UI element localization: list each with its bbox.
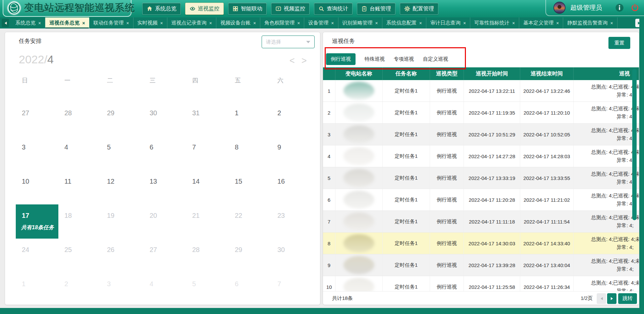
- calendar-day[interactable]: 3: [101, 273, 144, 307]
- tab-11[interactable]: 审计日志查询×: [426, 17, 470, 28]
- nav-item-video-monitor[interactable]: 视频监控: [271, 3, 310, 15]
- page-scrollbar-track-vertical[interactable]: [639, 17, 644, 314]
- table-row[interactable]: 2定时任务1例行巡视2022-04-17 11:19:352022-04-17 …: [323, 102, 639, 124]
- calendar-day[interactable]: 21: [186, 204, 229, 239]
- calendar-day[interactable]: 11: [58, 170, 101, 204]
- calendar-day[interactable]: 5: [101, 136, 144, 170]
- calendar-day[interactable]: 4: [58, 136, 101, 170]
- calendar-day[interactable]: 13: [144, 170, 186, 204]
- table-row[interactable]: 5定时任务1例行巡视2022-04-17 13:33:192022-04-17 …: [323, 167, 639, 189]
- calendar-day[interactable]: 10: [16, 170, 58, 204]
- tab-5[interactable]: 巡视点记录查询×: [167, 17, 216, 28]
- inspection-type-tab-4[interactable]: 自定义巡视: [423, 56, 448, 62]
- table-row[interactable]: 7定时任务1例行巡视2022-04-17 11:11:182022-04-17 …: [323, 211, 639, 233]
- calendar-day[interactable]: 29: [101, 102, 144, 136]
- table-row[interactable]: 4定时任务1例行巡视2022-04-17 14:27:282022-04-17 …: [323, 145, 639, 167]
- calendar-day[interactable]: 7: [186, 136, 229, 170]
- calendar-day[interactable]: 4: [144, 273, 186, 307]
- calendar-day[interactable]: 28: [186, 239, 229, 273]
- tab-6[interactable]: 视频设备台账×: [216, 17, 260, 28]
- tab-2[interactable]: 巡视任务总览×: [45, 17, 89, 28]
- calendar-day[interactable]: 24: [16, 239, 58, 273]
- calendar-day[interactable]: 6: [144, 136, 186, 170]
- calendar-day[interactable]: 20: [144, 204, 186, 239]
- tab-12[interactable]: 可靠性指标统计×: [470, 17, 519, 28]
- calendar-day[interactable]: 12: [101, 170, 144, 204]
- nav-item-smart-linkage[interactable]: 智能联动: [228, 3, 267, 15]
- close-icon[interactable]: ×: [38, 21, 41, 25]
- table-row[interactable]: 6定时任务1例行巡视2022-04-17 11:20:282022-04-17 …: [323, 189, 639, 211]
- calendar-day[interactable]: 2: [58, 273, 101, 307]
- table-row[interactable]: 10定时任务1例行巡视2022-04-17 11:25:582022-04-17…: [323, 276, 639, 291]
- table-row[interactable]: 9定时任务1例行巡视2022-04-17 13:39:282022-04-17 …: [323, 254, 639, 276]
- calendar-day[interactable]: 1: [16, 273, 58, 307]
- calendar-day[interactable]: 26: [101, 239, 144, 273]
- calendar-day[interactable]: 28: [58, 102, 101, 136]
- calendar-day[interactable]: 27: [16, 102, 58, 136]
- close-icon[interactable]: ×: [297, 21, 300, 25]
- calendar-day[interactable]: 7: [271, 273, 314, 307]
- calendar-day[interactable]: 16: [271, 170, 314, 204]
- calendar-day[interactable]: 5: [186, 273, 229, 307]
- calendar-day[interactable]: 15: [229, 170, 271, 204]
- close-icon[interactable]: ×: [209, 21, 212, 25]
- table-scrollbar-thumb[interactable]: [632, 69, 637, 220]
- calendar-day[interactable]: 25: [58, 239, 101, 273]
- calendar-day[interactable]: 31: [186, 102, 229, 136]
- next-page-button[interactable]: [607, 293, 616, 304]
- close-icon[interactable]: ×: [556, 21, 559, 25]
- calendar-day[interactable]: 3: [16, 136, 58, 170]
- calendar-day[interactable]: 27: [144, 239, 186, 273]
- tab-8[interactable]: 设备管理×: [304, 17, 338, 28]
- table-row[interactable]: 8定时任务1例行巡视2022-04-17 14:30:032022-04-17 …: [323, 233, 639, 254]
- calendar-day[interactable]: 19: [101, 204, 144, 239]
- calendar-day[interactable]: 30: [144, 102, 186, 136]
- tab-14[interactable]: 静默监视告警查询×: [563, 17, 617, 28]
- close-icon[interactable]: ×: [419, 21, 422, 25]
- calendar-day[interactable]: 18: [58, 204, 101, 239]
- close-icon[interactable]: ×: [253, 21, 256, 25]
- calendar-day[interactable]: 8: [229, 136, 271, 170]
- page-scrollbar-track-horizontal[interactable]: [0, 308, 644, 314]
- nav-item-ledger-manage[interactable]: 台账管理: [357, 3, 395, 15]
- jump-page-button[interactable]: 跳转: [618, 293, 637, 304]
- calendar-day[interactable]: 9: [271, 136, 314, 170]
- user-avatar[interactable]: [553, 2, 566, 14]
- inspection-type-tab-1[interactable]: 例行巡视: [326, 53, 356, 65]
- calendar-day[interactable]: 23: [271, 204, 314, 239]
- nav-item-config-manage[interactable]: 配置管理: [400, 3, 438, 15]
- substation-select[interactable]: 请选择: [262, 36, 315, 48]
- inspection-type-tab-3[interactable]: 专项巡视: [394, 56, 414, 62]
- close-icon[interactable]: ×: [126, 21, 129, 25]
- prev-page-button[interactable]: [597, 293, 606, 304]
- close-icon[interactable]: ×: [512, 21, 515, 25]
- close-icon[interactable]: ×: [610, 21, 613, 25]
- close-icon[interactable]: ×: [463, 21, 466, 25]
- tab-10[interactable]: 系统信息配置×: [382, 17, 426, 28]
- tab-3[interactable]: 联动任务管理×: [89, 17, 133, 28]
- close-icon[interactable]: ×: [375, 21, 378, 25]
- nav-item-system-overview[interactable]: 系统总览: [142, 3, 181, 15]
- tab-9[interactable]: 识别策略管理×: [338, 17, 382, 28]
- table-row[interactable]: 3定时任务1例行巡视2022-04-17 10:51:292022-04-17 …: [323, 124, 639, 145]
- calendar-day-selected[interactable]: 17共有18条任务: [16, 204, 58, 239]
- tab-scroll-left-icon[interactable]: [2, 19, 9, 27]
- calendar-day[interactable]: 2: [271, 102, 314, 136]
- inspection-type-tab-2[interactable]: 特殊巡视: [365, 56, 385, 62]
- tab-1[interactable]: 系统总览×: [11, 17, 45, 28]
- calendar-day[interactable]: 14: [186, 170, 229, 204]
- info-icon[interactable]: [615, 3, 624, 12]
- nav-item-query-statistics[interactable]: 查询统计: [314, 3, 353, 15]
- close-icon[interactable]: ×: [331, 21, 334, 25]
- table-row[interactable]: 1定时任务1例行巡视2022-04-17 13:22:112022-04-17 …: [323, 80, 639, 102]
- calendar-day[interactable]: 29: [229, 239, 271, 273]
- tab-13[interactable]: 基本定义管理×: [519, 17, 563, 28]
- next-month-icon[interactable]: >: [302, 56, 307, 65]
- calendar-day[interactable]: 22: [229, 204, 271, 239]
- nav-item-patrol-monitor[interactable]: 巡视监控: [185, 3, 224, 15]
- calendar-day[interactable]: 30: [271, 239, 314, 273]
- reset-button[interactable]: 重置: [608, 37, 630, 49]
- prev-month-icon[interactable]: <: [289, 56, 295, 65]
- tab-4[interactable]: 实时视频×: [133, 17, 167, 28]
- calendar-day[interactable]: 6: [229, 273, 271, 307]
